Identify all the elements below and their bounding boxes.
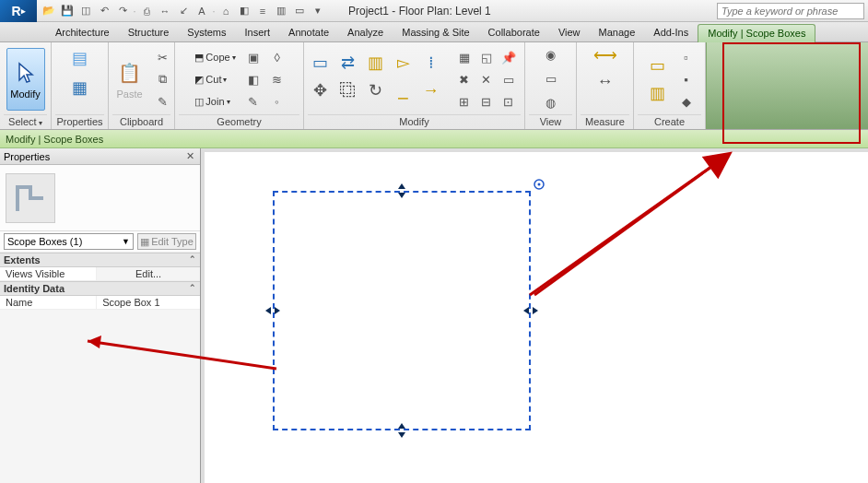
sync-icon[interactable]: ◫ <box>77 3 94 19</box>
mirror-draw-icon[interactable]: ▻ <box>393 53 414 73</box>
type-selector[interactable]: Scope Boxes (1) ▼ <box>4 233 134 250</box>
rotate-grip[interactable] <box>533 178 545 191</box>
create5-icon[interactable]: ◆ <box>676 91 697 112</box>
wall-opening-icon[interactable]: ▣ <box>243 47 264 67</box>
cut-geom-button[interactable]: ◩Cut▾ <box>191 70 239 88</box>
tab-addins[interactable]: Add-Ins <box>644 24 698 41</box>
misc3-icon[interactable]: ⊡ <box>499 91 519 112</box>
tab-view[interactable]: View <box>549 24 590 41</box>
modify-button[interactable]: Modify <box>6 48 45 111</box>
delete-icon[interactable]: ✕ <box>476 69 497 89</box>
align-tool-icon[interactable]: ▭ <box>311 53 331 73</box>
move-icon[interactable]: ✥ <box>311 80 331 100</box>
ribbon-contextual-empty <box>706 42 868 129</box>
app-icon[interactable]: R▸ <box>0 0 37 22</box>
matchtype-icon[interactable]: ✎ <box>153 91 173 112</box>
cut-icon[interactable]: ✂ <box>153 47 173 67</box>
tab-analyze[interactable]: Analyze <box>338 24 393 41</box>
split-face-icon[interactable]: ◧ <box>243 69 264 89</box>
create2-icon[interactable]: ▥ <box>643 80 673 106</box>
print-icon[interactable]: ⎙ <box>138 3 155 19</box>
pin-icon[interactable]: 📌 <box>499 47 519 67</box>
align-icon[interactable]: ↙ <box>175 3 192 19</box>
create3-icon[interactable]: ▫ <box>676 47 697 67</box>
panel-properties-label: Properties <box>55 114 104 129</box>
properties-icon[interactable]: ▤ <box>64 44 97 72</box>
geom3-icon[interactable]: ◦ <box>267 91 287 112</box>
category-identity[interactable]: Identity Data⌃ <box>0 281 200 296</box>
type-thumbnail <box>6 173 55 223</box>
tab-massing[interactable]: Massing & Site <box>393 24 478 41</box>
tab-manage[interactable]: Manage <box>590 24 645 41</box>
quick-access-toolbar: 📂 💾 ◫ ↶ ↷ · ⎙ ↔ ↙ A · ⌂ ◧ ≡ ▥ ▭ ▾ <box>37 3 330 19</box>
3d-icon[interactable]: ⌂ <box>217 3 234 19</box>
misc1-icon[interactable]: ⊞ <box>454 91 475 112</box>
trim-icon[interactable]: ⎯ <box>393 80 414 100</box>
scope-box[interactable] <box>273 191 531 430</box>
geom2-icon[interactable]: ≋ <box>267 69 287 89</box>
properties-titlebar[interactable]: Properties ✕ <box>0 148 200 165</box>
tab-structure[interactable]: Structure <box>119 24 179 41</box>
tab-collaborate[interactable]: Collaborate <box>479 24 549 41</box>
open-icon[interactable]: 📂 <box>41 3 57 19</box>
category-extents[interactable]: Extents⌃ <box>0 253 200 267</box>
panel-measure-label: Measure <box>581 114 629 129</box>
save-icon[interactable]: 💾 <box>59 3 76 19</box>
measure-icon[interactable]: ↔ <box>157 3 173 19</box>
panel-select-label[interactable]: Select <box>8 116 42 127</box>
create1-icon[interactable]: ▭ <box>643 53 673 78</box>
misc2-icon[interactable]: ⊟ <box>476 91 497 112</box>
close-hidden-icon[interactable]: ▥ <box>273 3 289 19</box>
cope-button[interactable]: ⬒Cope▾ <box>191 48 239 66</box>
section-icon[interactable]: ◧ <box>236 3 252 19</box>
copy-icon[interactable]: ⧉ <box>153 69 173 89</box>
thin-lines-icon[interactable]: ≡ <box>254 3 271 19</box>
ribbon: Modify Select ▤ ▦ Properties 📋 Paste ✂ ⧉… <box>0 42 868 130</box>
tab-modify-scope-boxes[interactable]: Modify | Scope Boxes <box>698 24 815 42</box>
views-visible-edit-button[interactable]: Edit... <box>96 267 200 280</box>
drawing-canvas[interactable] <box>201 148 868 483</box>
drag-handle-right[interactable] <box>524 304 537 317</box>
drag-handle-bottom[interactable] <box>395 424 408 437</box>
copy-tool-icon[interactable]: ⿻ <box>338 80 358 100</box>
dropdown-icon[interactable]: ▾ <box>310 3 326 19</box>
name-value[interactable]: Scope Box 1 <box>96 296 200 309</box>
array-icon[interactable]: ▦ <box>454 47 475 67</box>
paint-icon[interactable]: ✎ <box>243 91 264 112</box>
unpin-icon[interactable]: ✖ <box>454 69 475 89</box>
group-icon[interactable]: ▭ <box>499 69 519 89</box>
view1-icon[interactable]: ◉ <box>541 44 561 65</box>
offset-icon[interactable]: ⇄ <box>338 53 358 73</box>
tab-annotate[interactable]: Annotate <box>279 24 338 41</box>
paste-button[interactable]: 📋 Paste <box>111 48 149 111</box>
view2-icon[interactable]: ▭ <box>541 68 561 88</box>
cursor-icon <box>12 59 40 87</box>
scale-icon[interactable]: ◱ <box>476 47 497 67</box>
mirror-pick-icon[interactable]: ▥ <box>366 53 386 73</box>
demolish-icon[interactable]: ◊ <box>267 47 287 67</box>
switch-win-icon[interactable]: ▭ <box>291 3 308 19</box>
undo-icon[interactable]: ↶ <box>96 3 112 19</box>
view3-icon[interactable]: ◍ <box>541 92 561 112</box>
create4-icon[interactable]: ▪ <box>676 69 697 89</box>
measure-tool-icon[interactable]: ⟷ <box>587 44 624 66</box>
panel-clipboard-label: Clipboard <box>112 114 170 129</box>
extend-icon[interactable]: → <box>421 80 441 100</box>
join-button[interactable]: ◫Join▾ <box>191 92 239 111</box>
redo-icon[interactable]: ↷ <box>114 3 131 19</box>
drag-handle-left[interactable] <box>266 304 279 317</box>
close-icon[interactable]: ✕ <box>183 150 196 162</box>
tab-systems[interactable]: Systems <box>178 24 235 41</box>
rotate-icon[interactable]: ↻ <box>366 80 386 100</box>
drag-handle-top[interactable] <box>395 184 408 197</box>
split-icon[interactable]: ⁞ <box>421 53 441 73</box>
properties-palette: Properties ✕ Scope Boxes (1) ▼ ▦Edit Typ… <box>0 148 201 483</box>
tab-insert[interactable]: Insert <box>236 24 280 41</box>
text-icon[interactable]: A <box>194 3 210 19</box>
edit-type-button[interactable]: ▦Edit Type <box>137 233 196 250</box>
panel-measure: ⟷ ↔ Measure <box>577 42 634 129</box>
type-properties-icon[interactable]: ▦ <box>64 74 97 101</box>
tab-architecture[interactable]: Architecture <box>46 24 119 41</box>
dimension-icon[interactable]: ↔ <box>587 70 624 92</box>
search-input[interactable] <box>717 3 864 19</box>
